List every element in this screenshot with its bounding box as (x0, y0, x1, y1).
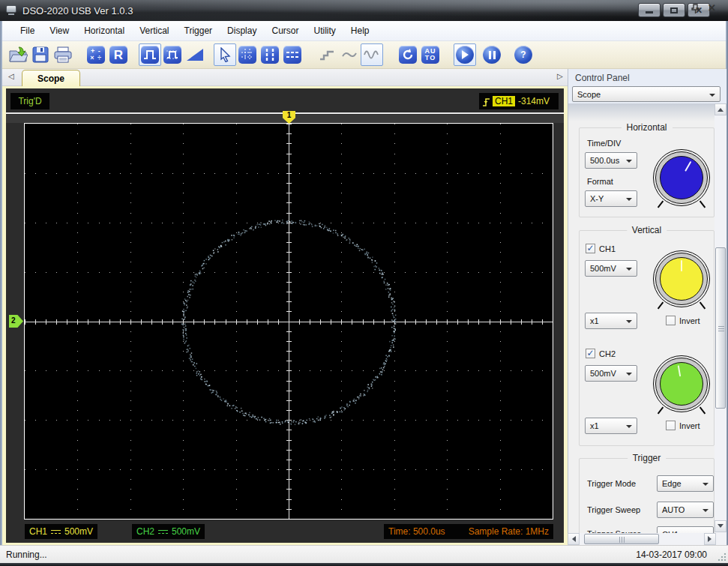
step-icon (319, 49, 334, 61)
vertical-cursors-icon (261, 46, 279, 64)
pause-button[interactable] (481, 43, 503, 66)
reference-button[interactable]: R (107, 43, 130, 66)
resize-grip[interactable] (717, 552, 727, 562)
run-icon (456, 46, 474, 64)
ramp-button[interactable] (184, 43, 206, 66)
ch1-mult-dropdown[interactable]: x1 (585, 313, 637, 329)
ch2-enable-checkbox[interactable]: ✓ (586, 349, 595, 358)
trigger-mode-label: Trigger Mode (587, 479, 636, 488)
pin-icon[interactable] (691, 4, 700, 13)
menu-view[interactable]: View (42, 22, 76, 39)
time-per-div: Time: 500.0us (388, 526, 445, 537)
title-bar[interactable]: DSO-2020 USB Ver 1.0.3 (0, 0, 728, 21)
reference-icon: R (109, 46, 127, 64)
pulse-lines-icon (163, 46, 181, 64)
pulse-icon (141, 46, 159, 64)
print-button[interactable] (52, 43, 74, 66)
format-dropdown[interactable]: X-Y (585, 190, 637, 207)
toolbar: + -× ÷ R (2, 41, 726, 69)
trigger-status: Trig'D (10, 93, 49, 109)
control-panel-gradient (568, 103, 715, 121)
open-icon (8, 46, 28, 64)
grid-icon (238, 46, 256, 64)
ch1-position-knob[interactable] (653, 250, 710, 307)
save-button[interactable] (29, 43, 52, 66)
arrow-right-icon (708, 536, 715, 542)
pulse-button[interactable] (139, 43, 161, 66)
pulse-lines-button[interactable] (161, 43, 184, 66)
trigger-channel-chip: CH1 (493, 96, 515, 106)
help-button[interactable]: ? (512, 43, 535, 66)
tab-scroll-right-icon[interactable]: ▷ (557, 72, 563, 80)
tab-scope[interactable]: Scope (22, 70, 80, 86)
ch1-enable-checkbox[interactable]: ✓ (586, 244, 595, 253)
window-title: DSO-2020 USB Ver 1.0.3 (22, 5, 133, 16)
ch2-position-knob[interactable] (653, 355, 710, 412)
auto-setup-button[interactable]: AUTO (419, 43, 442, 66)
arrow-up-icon (718, 105, 724, 112)
cursor-arrow-button[interactable] (214, 43, 236, 66)
run-button[interactable] (454, 43, 476, 66)
menu-cursor[interactable]: Cursor (264, 22, 306, 39)
grid-button[interactable] (236, 43, 259, 66)
control-panel-header: Control Panel (568, 69, 727, 86)
horizontal-scrollbar-thumb[interactable] (584, 534, 659, 544)
menu-horizontal[interactable]: Horizontal (76, 22, 132, 39)
trigger-sweep-dropdown[interactable]: AUTO (657, 502, 714, 518)
arrow-down-icon (718, 524, 724, 531)
ch2-invert-checkbox[interactable] (666, 421, 676, 430)
open-button[interactable] (7, 43, 29, 66)
minimize-icon (646, 11, 653, 13)
scroll-down-button[interactable] (715, 520, 727, 532)
refresh-icon (399, 46, 417, 64)
time-samplerate-readout: Time: 500.0us Sample Rate: 1MHz (384, 524, 553, 539)
timediv-dropdown[interactable]: 500.0us (585, 152, 637, 169)
ch1-invert-label: Invert (679, 316, 700, 325)
scope-canvas (25, 124, 553, 519)
ch1-volts-dropdown[interactable]: 500mV (585, 260, 637, 277)
tab-scroll-left-icon[interactable]: ◁ (8, 72, 14, 80)
panel-selector-dropdown[interactable]: Scope (572, 86, 721, 102)
ch2-invert-label: Invert (679, 421, 700, 430)
maximize-button[interactable] (663, 3, 685, 17)
refresh-button[interactable] (397, 43, 419, 66)
trigger-sweep-label: Trigger Sweep (587, 505, 640, 514)
step-button (316, 43, 338, 66)
menu-vertical[interactable]: Vertical (132, 22, 176, 39)
menu-bar: File View Horizontal Vertical Trigger Di… (2, 21, 726, 41)
trigger-edge-icon (482, 96, 490, 107)
vertical-cursors-button[interactable] (259, 43, 281, 66)
scroll-right-button[interactable] (704, 533, 716, 545)
math-button[interactable]: + -× ÷ (85, 43, 107, 66)
minimize-button[interactable] (638, 3, 661, 17)
cursor-arrow-icon (218, 47, 232, 62)
ch2-readout: CH2 500mV (132, 524, 205, 539)
menu-display[interactable]: Display (220, 22, 264, 39)
scope-display[interactable] (24, 123, 553, 520)
trigger-mode-dropdown[interactable]: Edge (657, 475, 714, 492)
maximize-icon (670, 7, 678, 13)
print-icon (53, 46, 73, 64)
menu-trigger[interactable]: Trigger (177, 22, 220, 39)
ch2-mult-dropdown[interactable]: x1 (585, 418, 637, 434)
ch2-checkbox-label: CH2 (599, 349, 616, 358)
menu-file[interactable]: File (13, 22, 42, 39)
vertical-scrollbar-thumb[interactable] (715, 247, 726, 409)
tab-strip: ◁ Scope ▷ (2, 69, 568, 86)
horizontal-knob[interactable] (653, 149, 710, 206)
ch1-invert-checkbox[interactable] (666, 316, 676, 325)
wave-icon (342, 50, 357, 59)
scroll-left-button[interactable] (568, 533, 580, 545)
menu-utility[interactable]: Utility (306, 22, 343, 39)
control-panel-close-icon[interactable]: ✕ (708, 2, 716, 13)
group-horizontal-title: Horizontal (621, 122, 672, 133)
menu-help[interactable]: Help (343, 22, 377, 39)
scroll-up-button[interactable] (715, 103, 727, 115)
pause-icon (483, 46, 501, 64)
group-trigger-title: Trigger (628, 453, 667, 463)
math-icon: + -× ÷ (87, 46, 105, 64)
horizontal-cursors-button[interactable] (281, 43, 304, 66)
ch2-volts-dropdown[interactable]: 500mV (585, 365, 637, 382)
auto-setup-icon: AUTO (421, 46, 439, 64)
status-datetime: 14-03-2017 09:00 (636, 550, 707, 560)
